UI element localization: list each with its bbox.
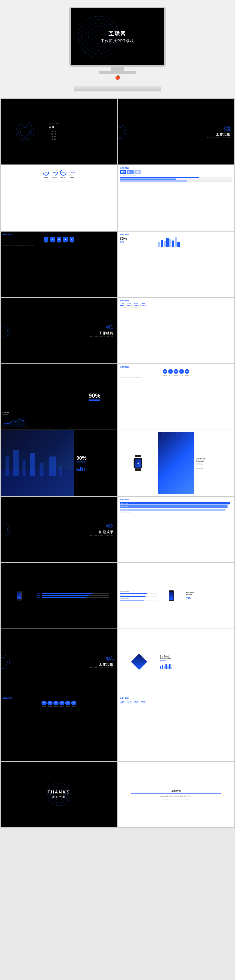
slide-num-02: 02: [106, 324, 113, 330]
pct-bar-fill: [89, 399, 100, 401]
phone-bar-1: [120, 593, 157, 593]
svg-rect-19: [59, 466, 62, 476]
thanks-text: THANKS 谢谢大家: [48, 790, 70, 799]
chart-bar-4: [165, 664, 167, 669]
slide-circle-stats-inner: 71% $58,796 Lorem ipsum 47% $58,786 Lore…: [1, 165, 117, 231]
hexagons-title: 标题文本预设: [3, 697, 116, 700]
arrow-body-3: 标题文本预设: [120, 509, 226, 511]
sub-pct-value: 75%: [120, 241, 157, 243]
mockup-item-2: • Short Text Item: [196, 468, 232, 469]
icon-down: ▼: [63, 237, 68, 242]
icon-chart: ▲: [44, 237, 48, 242]
phone-mockup-title: Our Great: [186, 592, 232, 593]
phone-stat-1: 75% Lorem ipsum: [120, 591, 157, 592]
slide-subtitle-02: ANNUAL WORK SUMMARY: [90, 336, 114, 337]
hex-item-2: 02 标题文本: [48, 700, 52, 707]
svg-text:47%: 47%: [53, 172, 56, 173]
contents-list: CONTENTS 目录 — 工作汇报 — 工作任务 — 汇报成果 — 汇报成果: [48, 101, 116, 163]
slide-city: 90% Lorem ipsum dolor sit amet consectet…: [1, 430, 117, 496]
stat-row-2: 70% Lorem ipsum: [37, 595, 115, 597]
stat-bar-fill-3: [42, 597, 86, 598]
gear-label-5: 标题文本: [185, 375, 189, 376]
watch-band-bottom: [135, 469, 141, 471]
gears-row: ⚙ ⚙ ⚙ ⚙ ⚙: [120, 369, 233, 374]
final-dot-4: [140, 703, 146, 703]
bar-row-3: [120, 180, 233, 182]
mockup-title2: Mockup: [196, 460, 232, 462]
copyright-title: 版权声明: [131, 789, 221, 794]
mockup-items: • Short Text Item • Short Text Item: [196, 466, 232, 469]
contents-label: CONTENTS: [49, 123, 116, 124]
icon-share: ⊕: [57, 237, 61, 242]
slide-work-report-04: 04 工作汇报 ANNUAL WORK SUMMARY: [1, 629, 117, 695]
slide-line-chart-inner: $58,786 Expenses Comm1Comm2Comm3Comm4 90…: [1, 364, 117, 430]
mockup-text-area: Our Great Mockup Short Text HereLorem ip…: [196, 432, 232, 494]
hex-label-5: 标题文本: [66, 706, 70, 707]
phone-center: [158, 565, 186, 627]
icon-item-3: ⊕ 标题: [57, 237, 61, 243]
gear-5: ⚙: [185, 369, 189, 374]
chart-text-area: Our Great Chart Slides $58,796 Expenses: [160, 631, 232, 693]
final-val-2: 32%: [127, 700, 132, 703]
phone-bar-fill-3: [120, 600, 144, 600]
gear-label-4: 标题文本: [179, 375, 184, 376]
mini-bar-4: [82, 468, 83, 471]
svg-text:71%: 71%: [44, 172, 48, 173]
gear-label-3: 标题文本: [174, 375, 178, 376]
slide-phone-chart-inner: 75% Lorem ipsum 70% Lorem ipsum 65%: [1, 563, 117, 628]
slide-icons-dark-inner: 标题文本预设 ▲ 标题 ✈ 标题 ⊕ 标题 ▼ 标题: [1, 232, 117, 297]
final-stat-3: 54%: [133, 700, 139, 703]
bar-row-1: [120, 177, 233, 178]
copyright-text: 感谢您购买我们的设计作品，选择设计猫旗下产品！: [131, 795, 221, 798]
hex-label-3: 标题文本: [54, 706, 58, 707]
hex-3: 03: [54, 700, 59, 705]
stat-row-1: 75% Lorem ipsum: [37, 593, 115, 594]
slide-subtitle-04: ANNUAL WORK SUMMARY: [90, 667, 114, 668]
icon-label-2: 标题: [52, 242, 54, 243]
svg-rect-13: [5, 457, 10, 476]
chart-slides-title2: Chart Slides: [160, 657, 232, 659]
mockup-item-1: • Short Text Item: [196, 466, 232, 468]
slide-chart-slides: Our Great Chart Slides $58,796 Expenses: [118, 629, 235, 695]
slide-chart-slides-inner: Our Great Chart Slides $58,796 Expenses: [118, 629, 235, 695]
bar-row-2: [120, 178, 233, 180]
slide-hexagons: 标题文本预设 01 标题文本 02 标题文本 03 标题文本 04 标题文本: [1, 695, 117, 761]
stat-bar-fill-2: [42, 595, 89, 596]
slide-arrows-inner: 标题文本预设 标题文本预设 标题文本预设 标题文本预设 Lorem ipsum …: [118, 497, 235, 562]
icon-label-4: 标题: [65, 242, 66, 243]
circle-stats-desc: Lorem ipsum dolor sit amet consectetur a…: [3, 181, 116, 182]
arrow-2: 标题文本预设: [120, 505, 233, 508]
final-stats-row: 78% 32%: [120, 700, 233, 703]
slide-copyright: 版权声明 感谢您购买我们的设计作品，选择设计猫旗下产品！ Lorem ipsum…: [118, 762, 235, 827]
slide-final-stats: 标题文本预设 78% 32%: [118, 695, 235, 761]
slide-city-inner: 90% Lorem ipsum dolor sit amet consectet…: [1, 430, 117, 496]
slide-work-report-inner: 04 工作汇报 ANNUAL WORK SUMMARY: [1, 629, 117, 695]
final-stat-1: 78%: [120, 700, 125, 703]
slide-left-rings: [3, 101, 48, 163]
bar-3: [164, 241, 166, 247]
stat-pct-2: 70%: [37, 595, 41, 597]
line-chart-labels: Comm1Comm2Comm3Comm4: [3, 426, 72, 428]
slide-line-chart: $58,786 Expenses Comm1Comm2Comm3Comm4 90…: [1, 364, 117, 430]
slide-title-cn-01: 工作汇报: [216, 132, 231, 137]
screen-content: 互联网 工作汇报PPT模板: [71, 8, 164, 65]
arrow-body-1: 标题文本预设: [120, 502, 230, 504]
thanks-en: THANKS: [48, 790, 70, 795]
bar-chart-content: 80% 75% Short Text Here: [120, 237, 233, 247]
mini-bar-2: [78, 469, 79, 471]
watch-area: ⌚: [120, 432, 157, 494]
phone-text-right: Our Great Mockup Short Text Here 75%: [186, 565, 232, 627]
stats-list: 75% Lorem ipsum 70% Lorem ipsum 65%: [37, 565, 115, 627]
dot-stat-val-1: 78%: [120, 302, 125, 305]
contents-item-3: — 汇报成果: [49, 136, 116, 138]
stat-label-2: Lorem ipsum: [110, 595, 115, 597]
final-stat-4: 78%: [140, 700, 146, 703]
slide-results-inner: 03 汇报成果 ANNUAL WORK SUMMARY: [1, 497, 117, 562]
final-val-3: 54%: [133, 700, 139, 703]
slide-phone-mockup: 75% Lorem ipsum 70% Lorem ipsum 65% Lore…: [118, 563, 235, 628]
bar-5: [169, 239, 171, 247]
line-chart-val: $58,786: [3, 412, 72, 414]
final-dot-2: [127, 703, 132, 703]
hex-item-6: 06 标题文本: [71, 700, 76, 707]
bar-6: [172, 240, 174, 247]
